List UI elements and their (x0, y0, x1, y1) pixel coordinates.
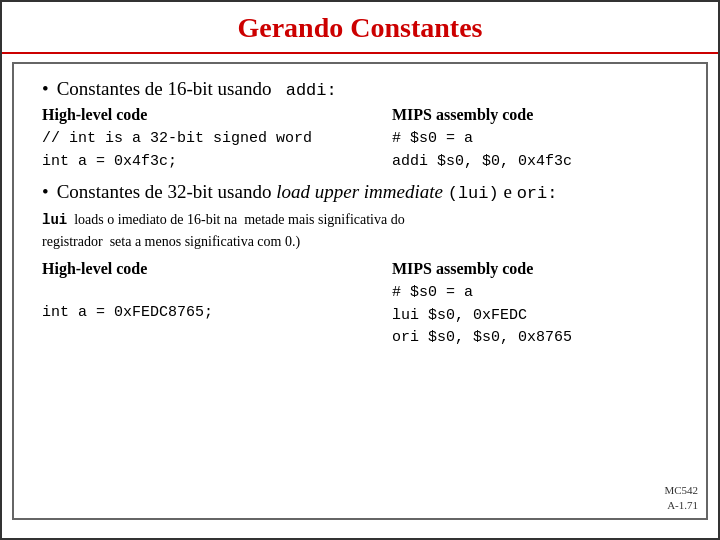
col-right-2: MIPS assembly code # $s0 = a lui $s0, 0x… (392, 260, 678, 350)
slide-container: Gerando Constantes • Constantes de 16-bi… (0, 0, 720, 540)
title-bar: Gerando Constantes (2, 2, 718, 54)
desc-text2: registrador seta a menos significativa c… (42, 234, 300, 249)
right-code-1: # $s0 = a addi $s0, $0, 0x4f3c (392, 128, 678, 173)
left-code-line2: int a = 0x4f3c; (42, 151, 372, 174)
bullet-symbol-2: • (42, 181, 49, 203)
col-left-2: High-level code int a = 0xFEDC8765; (42, 260, 372, 350)
slide-title: Gerando Constantes (237, 12, 482, 43)
bullet-symbol-1: • (42, 78, 49, 100)
left-code-1: // int is a 32-bit signed word int a = 0… (42, 128, 372, 173)
right-header-2: MIPS assembly code (392, 260, 678, 278)
footer-line2: A-1.71 (664, 498, 698, 512)
left-code-2: int a = 0xFEDC8765; (42, 302, 372, 325)
right-code-2-line2: lui $s0, 0xFEDC (392, 305, 678, 328)
right-code-2: # $s0 = a lui $s0, 0xFEDC ori $s0, $s0, … (392, 282, 678, 350)
right-code-2-line3: ori $s0, $s0, 0x8765 (392, 327, 678, 350)
two-col-section2: High-level code int a = 0xFEDC8765; MIPS… (42, 260, 678, 350)
bullet-item-1: • Constantes de 16-bit usando addi: (42, 78, 678, 100)
desc-code: lui (42, 212, 67, 228)
bullet-section-2: • Constantes de 32-bit usando load upper… (42, 181, 678, 203)
right-header-1: MIPS assembly code (392, 106, 678, 124)
right-code-line1: # $s0 = a (392, 128, 678, 151)
left-code-line1: // int is a 32-bit signed word (42, 128, 372, 151)
bullet-text-1: Constantes de 16-bit usando addi: (57, 78, 337, 100)
italic-code-text: load upper immediate (276, 181, 443, 203)
col-left-1: High-level code // int is a 32-bit signe… (42, 106, 372, 173)
col-right-1: MIPS assembly code # $s0 = a addi $s0, $… (392, 106, 678, 173)
bullet-item-2: • Constantes de 32-bit usando load upper… (42, 181, 678, 203)
description-block: lui loads o imediato de 16-bit na metade… (42, 209, 678, 252)
right-code-line2: addi $s0, $0, 0x4f3c (392, 151, 678, 174)
footer-label: MC542 A-1.71 (664, 483, 698, 512)
right-code-2-line1: # $s0 = a (392, 282, 678, 305)
content-area: • Constantes de 16-bit usando addi: High… (12, 62, 708, 520)
left-header-2: High-level code (42, 260, 372, 278)
two-col-section1: High-level code // int is a 32-bit signe… (42, 106, 678, 173)
desc-text-open: loads o imediato de 16-bit na metade mai… (71, 212, 405, 227)
left-code-line-2: int a = 0xFEDC8765; (42, 302, 372, 325)
left-header-1: High-level code (42, 106, 372, 124)
footer-line1: MC542 (664, 483, 698, 497)
